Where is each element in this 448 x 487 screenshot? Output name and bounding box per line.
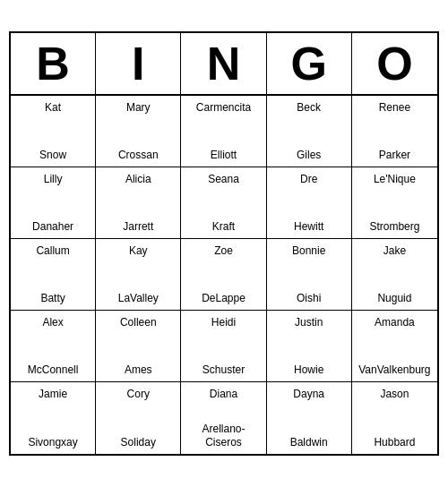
bingo-cell-21: CorySoliday — [96, 382, 181, 454]
cell-last-name: Soliday — [121, 436, 156, 449]
bingo-cell-8: DreHewitt — [267, 167, 352, 239]
bingo-cell-23: DaynaBaldwin — [267, 382, 352, 454]
cell-last-name: McConnell — [28, 363, 79, 376]
bingo-cell-4: ReneeParker — [352, 96, 437, 167]
cell-last-name: Giles — [297, 149, 321, 161]
cell-first-name: Mary — [126, 101, 151, 114]
cell-last-name: Ames — [125, 363, 152, 376]
cell-last-name: Hewitt — [294, 220, 323, 233]
bingo-cell-3: BeckGiles — [267, 96, 352, 167]
cell-first-name: Alex — [42, 316, 63, 329]
bingo-header: BINGO — [11, 33, 437, 96]
bingo-cell-20: JamieSivongxay — [11, 382, 96, 454]
cell-last-name: Nuguid — [377, 292, 411, 304]
bingo-cell-7: SeanaKraft — [181, 167, 266, 239]
cell-last-name: Snow — [39, 149, 66, 161]
bingo-cell-22: DianaArellano-Ciseros — [181, 382, 266, 454]
bingo-letter-n: N — [181, 33, 266, 94]
cell-last-name: Batty — [40, 292, 65, 304]
bingo-cell-2: CarmencitaElliott — [181, 96, 266, 167]
cell-last-name: Schuster — [202, 363, 245, 376]
bingo-card: BINGO KatSnowMaryCrossanCarmencitaElliot… — [9, 31, 439, 456]
cell-last-name: Oishi — [297, 292, 321, 304]
cell-first-name: Carmencita — [196, 101, 251, 114]
cell-first-name: Renee — [379, 101, 410, 114]
cell-first-name: Callum — [36, 244, 69, 257]
cell-last-name: Crossan — [118, 149, 159, 161]
cell-first-name: Cory — [127, 388, 150, 400]
bingo-cell-19: AmandaVanValkenburg — [352, 311, 437, 382]
bingo-cell-11: KayLaValley — [96, 239, 181, 311]
bingo-cell-5: LillyDanaher — [11, 167, 96, 239]
cell-first-name: Dre — [300, 173, 317, 185]
bingo-cell-1: MaryCrossan — [96, 96, 181, 167]
bingo-cell-9: Le'NiqueStromberg — [352, 167, 437, 239]
cell-first-name: Amanda — [375, 316, 415, 329]
bingo-letter-o: O — [352, 33, 437, 94]
cell-last-name: Hubbard — [374, 436, 415, 449]
cell-last-name: Danaher — [32, 220, 73, 233]
bingo-cell-6: AliciaJarrett — [96, 167, 181, 239]
cell-last-name: LaValley — [118, 292, 159, 304]
bingo-letter-i: I — [96, 33, 181, 94]
bingo-letter-b: B — [11, 33, 96, 94]
cell-first-name: Jake — [383, 244, 406, 257]
cell-last-name: Baldwin — [290, 436, 328, 449]
cell-last-name: Howie — [294, 363, 323, 376]
cell-last-name: Sivongxay — [28, 436, 77, 449]
bingo-cell-13: BonnieOishi — [267, 239, 352, 311]
bingo-cell-0: KatSnow — [11, 96, 96, 167]
cell-first-name: Colleen — [120, 316, 157, 329]
bingo-letter-g: G — [267, 33, 352, 94]
bingo-cell-15: AlexMcConnell — [11, 311, 96, 382]
bingo-cell-17: HeidiSchuster — [181, 311, 266, 382]
cell-last-name: VanValkenburg — [358, 363, 430, 376]
cell-first-name: Seana — [208, 173, 239, 185]
cell-first-name: Beck — [297, 101, 321, 114]
cell-first-name: Zoe — [214, 244, 233, 257]
cell-first-name: Kay — [129, 244, 148, 257]
cell-last-name: Parker — [379, 149, 410, 161]
cell-last-name: Elliott — [211, 149, 237, 161]
cell-last-name: Arellano-Ciseros — [185, 423, 262, 449]
cell-first-name: Le'Nique — [374, 173, 416, 185]
cell-last-name: Jarrett — [123, 220, 153, 233]
bingo-cell-14: JakeNuguid — [352, 239, 437, 311]
cell-first-name: Kat — [45, 101, 61, 114]
cell-last-name: Kraft — [212, 220, 235, 233]
bingo-cell-10: CallumBatty — [11, 239, 96, 311]
cell-first-name: Jamie — [39, 388, 67, 400]
cell-first-name: Alicia — [125, 173, 151, 185]
bingo-cell-16: ColleenAmes — [96, 311, 181, 382]
bingo-cell-18: JustinHowie — [267, 311, 352, 382]
cell-first-name: Justin — [295, 316, 323, 329]
cell-first-name: Diana — [210, 388, 237, 400]
cell-first-name: Jason — [380, 388, 409, 400]
bingo-grid: KatSnowMaryCrossanCarmencitaElliottBeckG… — [11, 96, 437, 454]
cell-first-name: Bonnie — [292, 244, 325, 257]
bingo-cell-24: JasonHubbard — [352, 382, 437, 454]
cell-last-name: Stromberg — [369, 220, 419, 233]
cell-last-name: DeLappe — [202, 292, 246, 304]
cell-first-name: Heidi — [211, 316, 236, 329]
cell-first-name: Lilly — [44, 173, 63, 185]
bingo-cell-12: ZoeDeLappe — [181, 239, 266, 311]
cell-first-name: Dayna — [293, 388, 324, 400]
